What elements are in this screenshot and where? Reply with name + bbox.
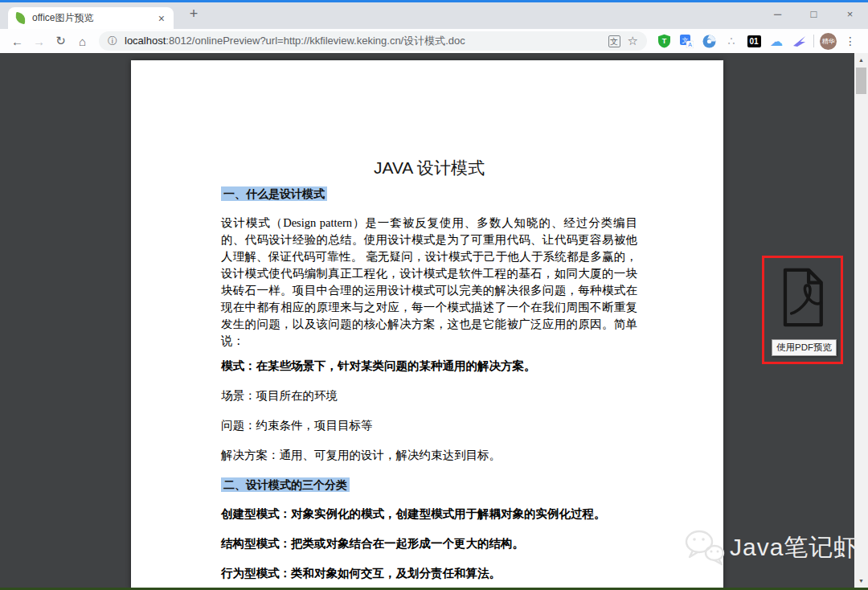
svg-text:T: T [661, 37, 666, 45]
swirl-extension-icon[interactable] [702, 34, 716, 48]
pdf-preview-button[interactable]: 使用PDF预览 [762, 256, 843, 364]
window-minimize-button[interactable]: ─ [760, 2, 796, 27]
home-button[interactable]: ⌂ [72, 35, 93, 48]
paragraph: 问题：约束条件，项目目标等 [221, 417, 637, 434]
profile-avatar[interactable]: 精华 [820, 33, 837, 50]
scroll-down-icon[interactable]: ▼ [854, 575, 868, 587]
spring-leaf-favicon [14, 12, 27, 24]
page-info-icon[interactable]: ⓘ [108, 35, 117, 48]
page-viewport: JAVA 设计模式 一、什么是设计模式 设计模式（Design pattern）… [0, 53, 868, 590]
svg-text:A: A [688, 42, 692, 47]
paragraph: 场景：项目所在的环境 [221, 387, 637, 404]
translate-extension-icon[interactable]: 文A [679, 34, 694, 48]
url-host: localhost [125, 35, 166, 47]
reload-button[interactable]: ↻ [50, 34, 72, 48]
document-title: JAVA 设计模式 [221, 156, 637, 179]
window-maximize-button[interactable]: □ [796, 2, 832, 27]
back-button[interactable]: ← [6, 35, 28, 48]
scroll-up-icon[interactable]: ▲ [854, 54, 868, 66]
bold-line: 创建型模式：对象实例化的模式，创建型模式用于解耦对象的实例化过程。 [221, 506, 637, 522]
tab-strip: office图片预览 × + ─ □ × [0, 2, 868, 29]
browser-window: office图片预览 × + ─ □ × ← → ↻ ⌂ ⓘ localhost… [0, 0, 868, 590]
paragraph: 解决方案：通用、可复用的设计，解决约束达到目标。 [221, 447, 637, 464]
bookmark-star-icon[interactable]: ☆ [628, 34, 638, 48]
new-tab-button[interactable]: + [183, 6, 204, 23]
tab-close-icon[interactable]: × [157, 12, 166, 25]
address-bar[interactable]: ⓘ localhost:8012/onlinePreview?url=http:… [99, 31, 647, 51]
window-close-button[interactable]: × [832, 2, 868, 27]
toolbar-divider [813, 35, 814, 47]
forward-button[interactable]: → [28, 35, 50, 48]
badge-01-extension-icon[interactable]: 01 [747, 34, 761, 48]
tab-title: office图片预览 [32, 11, 157, 25]
paragraph: 设计模式（Design pattern）是一套被反复使用、多数人知晓的、经过分类… [221, 215, 637, 350]
pdf-tooltip: 使用PDF预览 [772, 339, 837, 356]
watermark-text: Java笔记虾 [730, 531, 858, 564]
browser-tab[interactable]: office图片预览 × [8, 7, 174, 29]
shield-extension-icon[interactable]: T [657, 34, 671, 48]
url-text[interactable]: localhost:8012/onlinePreview?url=http://… [125, 34, 602, 48]
pdf-file-icon [777, 267, 829, 328]
scrollbar-thumb[interactable] [856, 68, 866, 94]
section-heading: 一、什么是设计模式 [221, 186, 637, 202]
browser-toolbar: ← → ↻ ⌂ ⓘ localhost:8012/onlinePreview?u… [0, 29, 868, 53]
bold-line: 结构型模式：把类或对象结合在一起形成一个更大的结构。 [221, 535, 637, 552]
window-controls: ─ □ × [760, 2, 868, 27]
vertical-scrollbar[interactable]: ▲ ▼ [854, 53, 868, 590]
url-path: :8012/onlinePreview?url=http://kkfilevie… [166, 35, 465, 47]
cloud-extension-icon[interactable]: ☁ [769, 34, 784, 48]
document-body: JAVA 设计模式 一、什么是设计模式 设计模式（Design pattern）… [131, 60, 723, 590]
menu-dots-icon[interactable]: ⋮ [839, 35, 862, 47]
translate-page-icon[interactable]: 文 [608, 35, 620, 47]
bold-line: 模式：在某些场景下，针对某类问题的某种通用的解决方案。 [221, 358, 637, 375]
bold-line: 行为型模式：类和对象如何交互，及划分责任和算法。 [221, 565, 637, 582]
section-heading: 二、设计模式的三个分类 [221, 477, 637, 493]
document-page: JAVA 设计模式 一、什么是设计模式 设计模式（Design pattern）… [131, 60, 723, 590]
tree-extension-icon[interactable]: ∴ [724, 34, 739, 48]
badge-01-label: 01 [747, 35, 761, 47]
extension-icons: T 文A ∴ 01 ☁ [653, 34, 810, 48]
bird-extension-icon[interactable] [792, 34, 806, 48]
